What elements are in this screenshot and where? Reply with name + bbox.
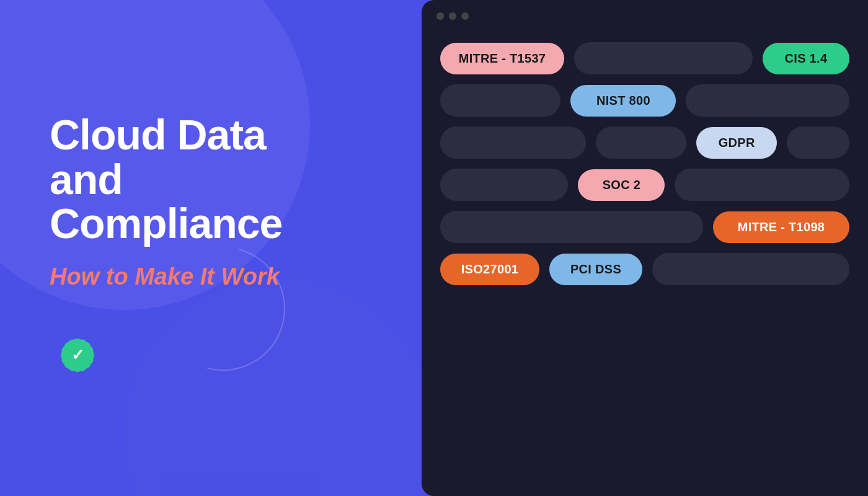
tag-row-2: NIST 800 — [440, 84, 849, 117]
placeholder-5 — [596, 126, 686, 159]
placeholder-3 — [686, 84, 849, 117]
window-dot-1 — [436, 12, 444, 20]
tag-mitre-t1537: MITRE - T1537 — [440, 43, 564, 74]
tag-gdpr: GDPR — [696, 127, 777, 159]
window-dot-3 — [461, 12, 469, 20]
placeholder-8 — [675, 169, 849, 201]
placeholder-4 — [440, 126, 586, 159]
tag-iso27001: ISO27001 — [440, 254, 539, 285]
hero-section: Cloud Data and Compliance How to Make It… — [0, 0, 868, 496]
main-title: Cloud Data and Compliance — [50, 113, 347, 246]
app-window: MITRE - T1537 CIS 1.4 NIST 800 GDPR SOC — [422, 0, 868, 496]
placeholder-6 — [787, 126, 849, 159]
placeholder-10 — [652, 253, 849, 285]
flower-badge: ✓ — [50, 327, 105, 383]
tag-row-6: ISO27001 PCI DSS — [440, 253, 849, 285]
tag-cis14: CIS 1.4 — [763, 43, 849, 74]
window-chrome — [422, 0, 868, 30]
placeholder-9 — [440, 211, 703, 243]
tag-row-1: MITRE - T1537 CIS 1.4 — [440, 42, 849, 74]
window-dot-2 — [449, 12, 456, 20]
tags-container: MITRE - T1537 CIS 1.4 NIST 800 GDPR SOC — [422, 30, 868, 298]
placeholder-2 — [440, 84, 560, 117]
tag-soc2: SOC 2 — [578, 169, 665, 201]
svg-text:✓: ✓ — [71, 346, 84, 363]
tag-mitre-t1098: MITRE - T1098 — [713, 211, 849, 243]
left-content: Cloud Data and Compliance How to Make It… — [0, 76, 384, 420]
placeholder-7 — [440, 169, 568, 201]
tag-row-5: MITRE - T1098 — [440, 211, 849, 243]
tag-nist800: NIST 800 — [570, 85, 676, 117]
placeholder-1 — [574, 42, 753, 74]
tag-row-4: SOC 2 — [440, 169, 849, 201]
tag-row-3: GDPR — [440, 126, 849, 159]
tag-pcidss: PCI DSS — [549, 254, 642, 285]
